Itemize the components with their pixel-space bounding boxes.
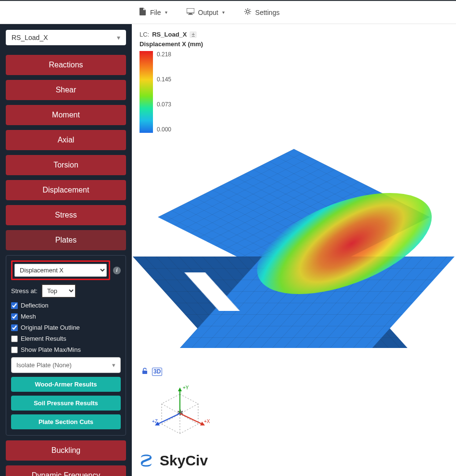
chevron-down-icon: ▾ — [117, 34, 120, 41]
load-case-select[interactable]: RS_Load_X ▾ — [6, 30, 126, 45]
info-icon[interactable]: i — [113, 267, 121, 274]
skyciv-logo: SkyCiv — [138, 452, 208, 469]
mesh-checkbox-row[interactable]: Mesh — [11, 313, 121, 320]
soil-pressure-button[interactable]: Soil Pressure Results — [11, 396, 121, 411]
svg-marker-11 — [178, 387, 182, 391]
plates-button[interactable]: Plates — [6, 230, 126, 250]
load-case-value: RS_Load_X — [12, 34, 48, 41]
app-root: File ▾ Output ▾ Settings RS_Load_X ▾ Rea… — [0, 0, 456, 476]
model-viewport[interactable]: LC: RS_Load_X ± Displacement X (mm) 0.21… — [132, 24, 456, 476]
original-outline-checkbox[interactable] — [11, 324, 18, 331]
displacement-button[interactable]: Displacement — [6, 180, 126, 200]
moment-button[interactable]: Moment — [6, 105, 126, 125]
svg-rect-2 — [188, 14, 193, 15]
axial-button[interactable]: Axial — [6, 130, 126, 150]
plate-result-type-select[interactable]: Displacement X — [14, 264, 107, 277]
mesh-checkbox[interactable] — [11, 313, 18, 320]
plus-minus-badge: ± — [190, 31, 197, 38]
svg-rect-4 — [142, 371, 147, 374]
stress-button[interactable]: Stress — [6, 205, 126, 225]
isolate-plate-select[interactable]: Isolate Plate (None) ▾ — [11, 357, 121, 373]
shear-button[interactable]: Shear — [6, 80, 126, 100]
camera-3d-icon[interactable]: 3D — [152, 368, 162, 376]
element-results-checkbox[interactable] — [11, 335, 18, 342]
svg-line-16 — [158, 413, 180, 424]
output-menu[interactable]: Output ▾ — [187, 8, 225, 16]
plates-panel: Displacement X i Stress at: Top Deflecti… — [6, 255, 126, 436]
svg-rect-0 — [187, 8, 194, 13]
svg-line-13 — [180, 413, 202, 424]
element-results-checkbox-row[interactable]: Element Results — [11, 335, 121, 342]
svg-text:+Z: +Z — [152, 419, 158, 424]
chevron-down-icon: ▾ — [165, 10, 167, 15]
show-maxmin-checkbox-row[interactable]: Show Plate Max/Mins — [11, 346, 121, 353]
stress-at-label: Stress at: — [11, 287, 38, 295]
body-row: RS_Load_X ▾ Reactions Shear Moment Axial… — [0, 24, 456, 476]
deflection-checkbox[interactable] — [11, 302, 18, 309]
svg-rect-1 — [189, 13, 192, 14]
load-case-display: LC: RS_Load_X ± — [139, 31, 197, 38]
output-label: Output — [198, 9, 218, 16]
svg-text:+X: +X — [204, 419, 210, 424]
stress-at-row: Stress at: Top — [11, 284, 121, 298]
show-maxmin-checkbox[interactable] — [11, 347, 18, 353]
monitor-icon — [187, 8, 194, 16]
settings-label: Settings — [255, 9, 280, 16]
view-controls: 3D — [141, 368, 162, 376]
file-menu[interactable]: File ▾ — [139, 8, 167, 17]
chevron-down-icon: ▾ — [222, 10, 225, 15]
results-sidebar: RS_Load_X ▾ Reactions Shear Moment Axial… — [0, 24, 132, 476]
torsion-button[interactable]: Torsion — [6, 155, 126, 175]
original-outline-checkbox-row[interactable]: Original Plate Outline — [11, 324, 121, 331]
model-scene — [150, 116, 438, 366]
result-type-highlight: Displacement X — [11, 260, 110, 280]
result-title: Displacement X (mm) — [139, 40, 203, 48]
skyciv-icon — [138, 452, 155, 469]
chevron-down-icon: ▾ — [112, 361, 115, 369]
file-label: File — [150, 9, 161, 16]
file-icon — [139, 8, 146, 17]
reactions-button[interactable]: Reactions — [6, 55, 126, 75]
deflection-checkbox-row[interactable]: Deflection — [11, 302, 121, 309]
brand-text: SkyCiv — [160, 452, 208, 469]
stress-at-select[interactable]: Top — [41, 284, 76, 298]
settings-menu[interactable]: Settings — [244, 8, 280, 17]
svg-text:+Y: +Y — [183, 385, 189, 390]
svg-point-3 — [246, 10, 249, 13]
buckling-button[interactable]: Buckling — [6, 440, 126, 461]
dynamic-frequency-button[interactable]: Dynamic Frequency — [6, 465, 126, 476]
wood-armer-button[interactable]: Wood-Armer Results — [11, 377, 121, 392]
top-toolbar: File ▾ Output ▾ Settings — [0, 0, 456, 24]
gear-icon — [244, 8, 252, 17]
plate-section-cuts-button[interactable]: Plate Section Cuts — [11, 414, 121, 429]
unlock-icon[interactable] — [141, 368, 148, 376]
axes-widget[interactable]: ✱ +Y +X +Z — [151, 385, 204, 437]
